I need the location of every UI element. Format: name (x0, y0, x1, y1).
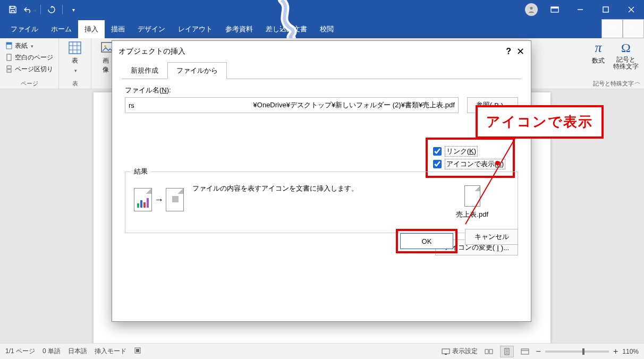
account-avatar[interactable] (525, 3, 538, 16)
tab-review[interactable]: 校閲 (313, 20, 340, 38)
ribbon-group-label: 表 (64, 79, 86, 88)
svg-rect-9 (7, 66, 11, 69)
dialog-close-icon[interactable]: ✕ (516, 46, 524, 57)
tab-home[interactable]: ホーム (45, 20, 78, 38)
status-insert-mode[interactable]: 挿入モード (95, 347, 126, 356)
zoom-in-icon[interactable]: + (613, 347, 618, 356)
svg-rect-10 (7, 70, 11, 72)
svg-rect-23 (521, 349, 529, 354)
svg-rect-18 (445, 354, 447, 355)
status-display-settings[interactable]: 表示設定 (442, 347, 478, 356)
status-language[interactable]: 日本語 (68, 347, 87, 356)
insert-object-dialog: オブジェクトの挿入 ? ✕ 新規作成 ファイルから ファイル名(N): rs ¥… (112, 40, 531, 322)
result-icon-graphic: → (134, 188, 184, 211)
dialog-help-icon[interactable]: ? (506, 47, 511, 56)
zoom-slider[interactable] (545, 351, 609, 353)
svg-rect-7 (6, 42, 12, 45)
ribbon-page-break[interactable]: ページ区切り (5, 64, 53, 74)
svg-rect-11 (69, 42, 81, 54)
display-as-icon-checkbox[interactable]: アイコンで表示(A) (433, 159, 505, 169)
ribbon-group-label: ページ (5, 79, 53, 88)
ribbon-symbol-button[interactable]: Ω 記号と 特殊文字 (613, 40, 639, 79)
callout-pointer-dot (495, 161, 499, 165)
svg-rect-16 (136, 349, 139, 352)
tab-create-new[interactable]: 新規作成 (122, 62, 167, 79)
close-icon[interactable] (618, 0, 644, 19)
tab-draw[interactable]: 描画 (105, 20, 131, 38)
tab-from-file[interactable]: ファイルから (167, 62, 227, 79)
tab-mailings[interactable]: 差し込み文書 (259, 20, 313, 38)
icon-preview-filename: 売上表.pdf (456, 210, 488, 219)
callout-label: アイコンで表示 (476, 105, 604, 139)
menu-bar: ファイル ホーム 挿入 描画 デザイン レイアウト 参考資料 差し込み文書 校閲 (0, 19, 644, 38)
ribbon-group-table: 表 表 (59, 38, 91, 89)
tab-layout[interactable]: レイアウト (172, 20, 219, 38)
link-checkbox-input[interactable] (433, 147, 442, 156)
view-read-icon[interactable] (482, 346, 496, 357)
svg-rect-2 (551, 7, 558, 8)
cancel-button[interactable]: キャンセル (465, 229, 518, 245)
save-icon[interactable] (4, 2, 21, 17)
redo-icon[interactable] (43, 2, 60, 17)
ribbon-table-button[interactable]: 表 (64, 40, 86, 79)
ribbon-collapse-icon[interactable]: ︿ (634, 78, 641, 87)
undo-icon[interactable] (21, 2, 38, 17)
link-checkbox[interactable]: リンク(K) (433, 146, 505, 157)
status-bar: 1/1 ページ 0 単語 日本語 挿入モード 表示設定 − + 110% (0, 343, 644, 359)
tab-design[interactable]: デザイン (131, 20, 172, 38)
dialog-title: オブジェクトの挿入 (118, 47, 185, 56)
ok-button-highlight: OK (396, 229, 457, 253)
view-web-icon[interactable] (518, 346, 532, 357)
result-description: ファイルの内容を表すアイコンを文書に挿入します。 (192, 181, 358, 193)
view-print-icon[interactable] (500, 346, 514, 357)
zoom-out-icon[interactable]: − (536, 347, 541, 356)
ribbon-group-label: 記号と特殊文字 (588, 79, 639, 88)
icon-preview: 売上表.pdf (456, 185, 488, 219)
tab-file[interactable]: ファイル (4, 20, 45, 38)
tab-insert[interactable]: 挿入 (78, 20, 105, 38)
ok-button[interactable]: OK (400, 233, 453, 249)
status-page[interactable]: 1/1 ページ (5, 347, 35, 356)
tab-references[interactable]: 参考資料 (219, 20, 259, 38)
svg-rect-4 (603, 7, 608, 12)
svg-rect-17 (442, 349, 450, 354)
display-as-icon-checkbox-input[interactable] (433, 160, 442, 168)
share-icon[interactable] (601, 19, 623, 38)
status-words[interactable]: 0 単語 (43, 347, 61, 356)
svg-point-0 (530, 7, 532, 10)
dialog-tabs: 新規作成 ファイルから (112, 62, 531, 79)
ribbon-blank-page[interactable]: 空白のページ (5, 52, 53, 63)
minimize-icon[interactable] (567, 0, 593, 19)
comments-icon[interactable] (623, 19, 644, 38)
qat-customize-icon[interactable]: ▾ (65, 2, 82, 17)
ribbon-cover-page[interactable]: 表紙 (5, 40, 53, 51)
ribbon-display-icon[interactable] (542, 0, 567, 19)
filename-input[interactable]: rs ¥OneDrive¥デスクトップ¥新しいフォルダー (2)¥書類¥売上表.… (125, 97, 459, 113)
result-legend: 結果 (131, 167, 151, 176)
svg-point-13 (104, 45, 106, 47)
ribbon-equation-button[interactable]: π 数式 (588, 40, 609, 79)
dialog-titlebar: オブジェクトの挿入 ? ✕ (112, 41, 531, 62)
status-macro-icon[interactable] (134, 347, 141, 356)
title-bar: ▾ (0, 0, 644, 19)
filename-label: ファイル名(N): (125, 86, 518, 95)
ribbon-group-pages: 表紙 空白のページ ページ区切り ページ (0, 38, 59, 89)
zoom-percent[interactable]: 110% (622, 348, 639, 355)
svg-rect-8 (7, 54, 11, 61)
maximize-icon[interactable] (593, 0, 618, 19)
